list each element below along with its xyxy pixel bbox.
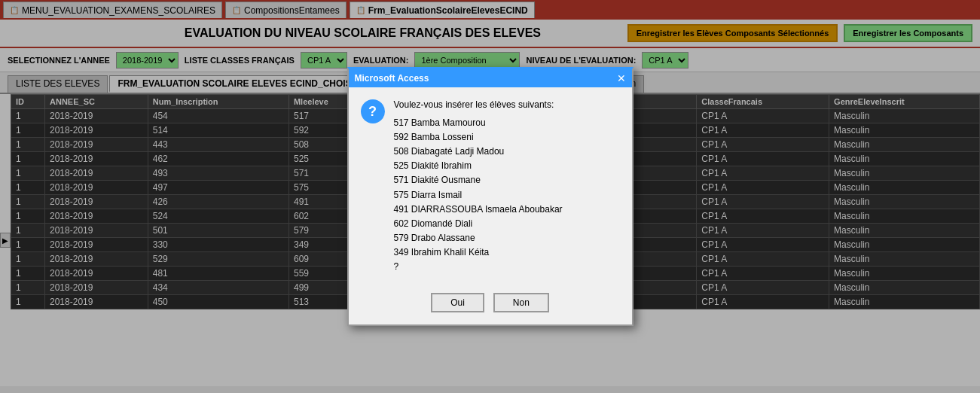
modal-student-item: 579 Drabo Alassane (394, 231, 620, 245)
modal-body: ? Voulez-vous insérer les élèves suivant… (349, 87, 632, 285)
modal-student-item: 491 DIARRASSOUBA Ismaela Aboubakar (394, 203, 620, 217)
modal-student-item: 571 Diakité Ousmane (394, 173, 620, 187)
modal-student-item: 517 Bamba Mamourou (394, 116, 620, 130)
modal-students-list: 517 Bamba Mamourou592 Bamba Losseni508 D… (394, 116, 620, 275)
modal-student-item: 508 Diabagaté Ladji Madou (394, 145, 620, 159)
modal-close-btn[interactable]: ✕ (617, 72, 626, 84)
modal-student-item: 592 Bamba Losseni (394, 130, 620, 145)
modal-question-icon: ? (361, 99, 385, 123)
modal-intro: Voulez-vous insérer les élèves suivants: (394, 98, 620, 112)
modal-dialog: Microsoft Access ✕ ? Voulez-vous insérer… (347, 67, 633, 325)
modal-student-item: 602 Diomandé Diali (394, 217, 620, 231)
modal-student-item: ? (394, 260, 620, 274)
modal-title: Microsoft Access (355, 73, 429, 84)
modal-student-item: 349 Ibrahim Khalil Kéita (394, 245, 620, 260)
modal-content: Voulez-vous insérer les élèves suivants:… (394, 98, 620, 274)
btn-non[interactable]: Non (493, 293, 549, 312)
modal-buttons: Oui Non (349, 285, 632, 324)
modal-titlebar: Microsoft Access ✕ (349, 69, 632, 87)
btn-oui[interactable]: Oui (431, 293, 484, 312)
modal-student-item: 575 Diarra Ismail (394, 188, 620, 203)
modal-student-item: 525 Diakité Ibrahim (394, 159, 620, 173)
modal-overlay: Microsoft Access ✕ ? Voulez-vous insérer… (0, 0, 980, 393)
